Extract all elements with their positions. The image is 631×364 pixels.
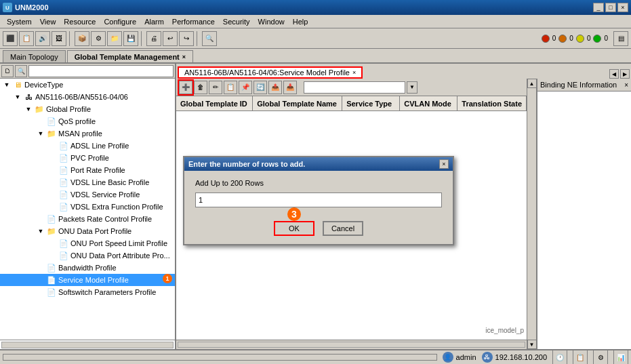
import-btn[interactable]: 📥 bbox=[283, 81, 297, 94]
statusbar-btn-3[interactable]: ⚙ bbox=[593, 350, 608, 364]
expand-onudataattr[interactable] bbox=[47, 250, 58, 261]
close-btn[interactable]: × bbox=[617, 3, 628, 12]
tree-item-vdslbasic[interactable]: 📄 VDSL Line Basic Profile bbox=[0, 176, 175, 188]
scroll-up-btn[interactable]: ▲ bbox=[527, 79, 537, 88]
modal-ok-btn[interactable]: OK bbox=[274, 221, 314, 236]
expand-vdslservice[interactable] bbox=[47, 189, 58, 200]
minimize-btn[interactable]: _ bbox=[593, 3, 604, 12]
binding-ne-close[interactable]: × bbox=[624, 81, 628, 89]
toolbar-menu-btn[interactable]: ▤ bbox=[613, 31, 628, 46]
tree-search-input[interactable] bbox=[28, 65, 174, 77]
tree-hscrollbar[interactable] bbox=[0, 340, 175, 349]
menu-system[interactable]: System bbox=[3, 16, 36, 27]
tree-item-softswitch[interactable]: 📄 Softswitch Parameters Profile bbox=[0, 286, 175, 298]
title-bar: U UNM2000 _ □ × bbox=[0, 0, 631, 15]
tree-item-qos[interactable]: 📄 QoS profile bbox=[0, 115, 175, 127]
expand-globalprofile[interactable]: ▼ bbox=[23, 104, 34, 115]
delete-row-btn[interactable]: 🗑 bbox=[194, 81, 207, 94]
tree-item-pvc[interactable]: 📄 PVC Profile bbox=[0, 152, 175, 164]
menu-configure[interactable]: Configure bbox=[100, 16, 140, 27]
tree-item-globalprofile[interactable]: ▼ 📁 Global Profile bbox=[0, 103, 175, 115]
tree-item-bandwidth[interactable]: 📄 Bandwidth Profile bbox=[0, 262, 175, 274]
expand-softswitch[interactable] bbox=[35, 287, 46, 298]
menu-help[interactable]: Help bbox=[289, 16, 312, 27]
menu-view[interactable]: View bbox=[36, 16, 60, 27]
tab-close-icon[interactable]: × bbox=[182, 54, 186, 60]
table-header: Global Template ID Global Template Name … bbox=[176, 96, 527, 111]
toolbar-btn-3[interactable]: 🔊 bbox=[35, 31, 50, 46]
scroll-down-btn[interactable]: ▼ bbox=[527, 340, 537, 349]
menu-window[interactable]: Window bbox=[254, 16, 289, 27]
tree-item-adsl[interactable]: 📄 ADSL Line Profile bbox=[0, 140, 175, 152]
add-row-btn[interactable]: ➕ bbox=[179, 81, 192, 94]
tree-item-msan[interactable]: ▼ 📁 MSAN profile bbox=[0, 127, 175, 140]
expand-bandwidth[interactable] bbox=[35, 262, 46, 273]
nav-next-btn[interactable]: ▶ bbox=[620, 69, 630, 79]
toolbar-btn-10[interactable]: ↩ bbox=[163, 31, 178, 46]
tree-item-servicemodel[interactable]: 📄 Service Model Profile 1 bbox=[0, 274, 175, 286]
expand-devicetype[interactable]: ▼ bbox=[1, 79, 12, 90]
tree-item-onuportspeed[interactable]: 📄 ONU Port Speed Limit Profile bbox=[0, 237, 175, 249]
tree-item-devicetype[interactable]: ▼ 🖥 DeviceType bbox=[0, 79, 175, 91]
table-hscrollbar[interactable] bbox=[176, 340, 527, 349]
menu-security[interactable]: Security bbox=[219, 16, 254, 27]
table-vscrollbar[interactable]: ▲ ▼ bbox=[527, 79, 536, 349]
toolbar-btn-1[interactable]: ⬛ bbox=[3, 31, 18, 46]
tree-item-device[interactable]: ▼ 🖧 AN5116-06B/AN5516-04/06 bbox=[0, 91, 175, 103]
export-btn[interactable]: 📤 bbox=[268, 81, 282, 94]
statusbar-btn-1[interactable]: 🕐 bbox=[552, 350, 567, 364]
statusbar-scrollbar[interactable] bbox=[3, 354, 437, 361]
tree-item-vdslextra[interactable]: 📄 VDSL Extra Function Profile bbox=[0, 201, 175, 213]
rows-count-input[interactable] bbox=[195, 193, 442, 207]
tree-item-vdslservice[interactable]: 📄 VDSL Service Profile bbox=[0, 188, 175, 201]
copy-btn[interactable]: 📋 bbox=[224, 81, 237, 94]
tab-global-template[interactable]: Global Template Management × bbox=[67, 50, 193, 62]
toolbar-btn-5[interactable]: 📦 bbox=[75, 31, 89, 46]
expand-onuportspeed[interactable] bbox=[47, 238, 58, 249]
tree-item-packetsrate[interactable]: 📄 Packets Rate Control Profile bbox=[0, 213, 175, 225]
expand-servicemodel[interactable] bbox=[35, 275, 46, 285]
modal-cancel-btn[interactable]: Cancel bbox=[323, 221, 363, 236]
content-tab-main[interactable]: AN5116-06B/AN5116-04/06:Service Model Pr… bbox=[178, 66, 363, 79]
toolbar-btn-4[interactable]: 🖼 bbox=[52, 31, 66, 46]
search-dropdown-btn[interactable]: ▼ bbox=[407, 81, 418, 94]
tree-item-onudataport[interactable]: ▼ 📁 ONU Data Port Profile bbox=[0, 225, 175, 237]
tree-item-onudataattr[interactable]: 📄 ONU Data Port Attribute Pro... bbox=[0, 249, 175, 262]
toolbar-btn-8[interactable]: 💾 bbox=[123, 31, 138, 46]
expand-vdslbasic[interactable] bbox=[47, 177, 58, 188]
window-controls[interactable]: _ □ × bbox=[593, 3, 628, 12]
toolbar-btn-12[interactable]: 🔍 bbox=[202, 31, 217, 46]
paste-btn[interactable]: 📌 bbox=[239, 81, 252, 94]
expand-msan[interactable]: ▼ bbox=[35, 128, 46, 139]
toolbar-btn-6[interactable]: ⚙ bbox=[91, 31, 106, 46]
tab-main-topology[interactable]: Main Topology bbox=[3, 50, 66, 62]
content-tab-close[interactable]: × bbox=[352, 69, 356, 76]
modal-close-btn[interactable]: × bbox=[439, 159, 449, 169]
edit-row-btn[interactable]: ✏ bbox=[209, 81, 222, 94]
statusbar-btn-4[interactable]: 📊 bbox=[613, 350, 628, 364]
toolbar-btn-11[interactable]: ↪ bbox=[179, 31, 194, 46]
toolbar-btn-9[interactable]: 🖨 bbox=[146, 31, 161, 46]
nav-prev-btn[interactable]: ◀ bbox=[609, 69, 619, 79]
tree-search-btn[interactable]: 🔍 bbox=[15, 65, 27, 77]
toolbar-btn-2[interactable]: 📋 bbox=[19, 31, 34, 46]
expand-vdslextra[interactable] bbox=[47, 201, 58, 212]
toolbar-btn-7[interactable]: 📁 bbox=[107, 31, 122, 46]
expand-portrate[interactable] bbox=[47, 165, 58, 176]
refresh-btn[interactable]: 🔄 bbox=[253, 81, 267, 94]
menu-alarm[interactable]: Alarm bbox=[140, 16, 168, 27]
expand-packetsrate[interactable] bbox=[35, 214, 46, 224]
tree-new-btn[interactable]: 🗋 bbox=[1, 65, 14, 77]
expand-qos[interactable] bbox=[35, 116, 46, 127]
tree-item-portrate[interactable]: 📄 Port Rate Profile bbox=[0, 164, 175, 176]
maximize-btn[interactable]: □ bbox=[605, 3, 616, 12]
menu-performance[interactable]: Performance bbox=[168, 16, 219, 27]
table-search-input[interactable] bbox=[304, 81, 405, 94]
expand-onudataport[interactable]: ▼ bbox=[35, 226, 46, 237]
expand-pvc[interactable] bbox=[47, 153, 58, 163]
folder-onudataport-icon: 📁 bbox=[46, 226, 57, 237]
expand-device[interactable]: ▼ bbox=[12, 92, 23, 102]
statusbar-btn-2[interactable]: 📋 bbox=[573, 350, 588, 364]
expand-adsl[interactable] bbox=[47, 140, 58, 151]
menu-resource[interactable]: Resource bbox=[60, 16, 100, 27]
